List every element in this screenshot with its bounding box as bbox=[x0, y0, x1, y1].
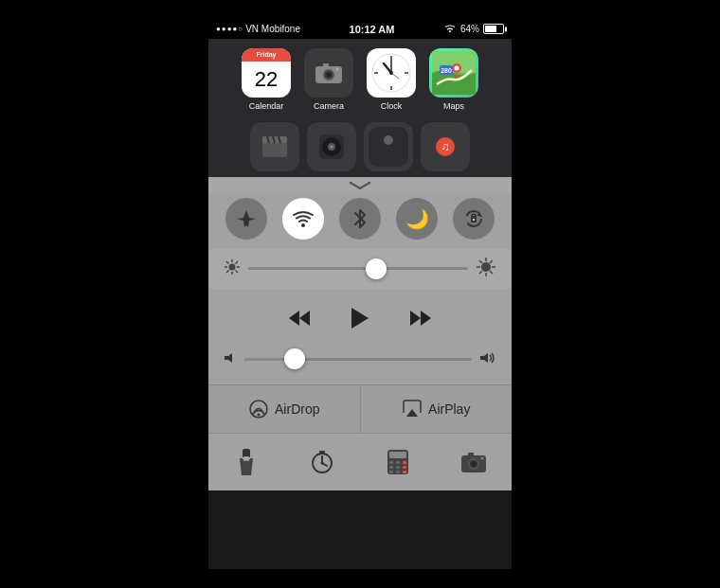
svg-text:♫: ♫ bbox=[441, 140, 450, 153]
status-right: 64% bbox=[443, 24, 504, 34]
svg-point-74 bbox=[321, 461, 324, 464]
svg-point-89 bbox=[472, 462, 476, 466]
volume-thumb[interactable] bbox=[284, 348, 305, 369]
volume-high-icon bbox=[479, 351, 496, 367]
svg-rect-80 bbox=[389, 466, 393, 469]
flashlight-icon bbox=[238, 449, 255, 475]
calendar-label: Calendar bbox=[249, 101, 284, 111]
app-calendar[interactable]: Friday 22 Calendar bbox=[239, 48, 294, 111]
svg-line-55 bbox=[490, 260, 493, 263]
photos-svg bbox=[369, 127, 408, 167]
timer-button[interactable] bbox=[284, 441, 360, 483]
camera-shortcut-button[interactable] bbox=[436, 441, 512, 483]
svg-line-53 bbox=[479, 260, 482, 263]
app-clock[interactable]: Clock bbox=[364, 48, 419, 111]
chevron-down-icon bbox=[349, 181, 371, 190]
dock-clapper[interactable] bbox=[250, 122, 299, 171]
calculator-icon bbox=[387, 449, 409, 475]
calculator-button[interactable] bbox=[360, 441, 436, 483]
do-not-disturb-toggle[interactable]: 🌙 bbox=[396, 198, 438, 240]
svg-point-29 bbox=[331, 145, 333, 148]
volume-full-icon bbox=[479, 351, 496, 365]
wifi-icon bbox=[293, 210, 314, 227]
svg-line-47 bbox=[226, 270, 229, 273]
svg-marker-59 bbox=[351, 308, 369, 329]
carrier-name: VN Mobifone bbox=[245, 24, 300, 34]
app-maps[interactable]: 280 Maps bbox=[426, 48, 481, 111]
svg-line-44 bbox=[226, 261, 229, 264]
sun-small-icon bbox=[224, 258, 241, 276]
svg-point-91 bbox=[481, 456, 484, 459]
rewind-button[interactable] bbox=[287, 309, 312, 332]
music-svg bbox=[319, 134, 344, 159]
svg-marker-63 bbox=[480, 353, 488, 363]
clock-icon-img bbox=[367, 48, 416, 98]
svg-rect-83 bbox=[389, 471, 393, 473]
status-time: 10:12 AM bbox=[350, 24, 395, 35]
calendar-icon-img: Friday 22 bbox=[242, 48, 291, 98]
battery-fill bbox=[485, 26, 496, 32]
battery-percent: 64% bbox=[460, 24, 479, 34]
wifi-status-icon bbox=[443, 24, 457, 34]
airplay-button[interactable]: AirPlay bbox=[361, 385, 513, 433]
svg-point-3 bbox=[327, 73, 331, 77]
fast-forward-button[interactable] bbox=[408, 309, 433, 332]
battery-icon bbox=[483, 24, 504, 34]
shortcuts-row bbox=[208, 433, 512, 490]
bluetooth-toggle[interactable] bbox=[339, 198, 381, 240]
pull-handle bbox=[208, 177, 512, 192]
flashlight-button[interactable] bbox=[208, 441, 284, 483]
wifi-toggle[interactable] bbox=[282, 198, 324, 240]
moon-icon: 🌙 bbox=[405, 207, 429, 230]
svg-marker-57 bbox=[289, 311, 299, 326]
brightness-slider[interactable] bbox=[248, 267, 468, 270]
maps-icon-img: 280 bbox=[429, 48, 478, 98]
clock-label: Clock bbox=[381, 101, 403, 111]
bluetooth-icon bbox=[352, 208, 368, 229]
svg-point-18 bbox=[455, 65, 459, 70]
svg-rect-78 bbox=[396, 461, 400, 464]
airdrop-button[interactable]: AirDrop bbox=[208, 385, 361, 433]
calendar-day: Friday bbox=[256, 51, 276, 58]
brightness-high-icon bbox=[476, 257, 496, 281]
svg-line-45 bbox=[236, 270, 239, 273]
maps-label: Maps bbox=[443, 101, 464, 111]
timer-icon bbox=[310, 450, 334, 474]
svg-marker-60 bbox=[410, 311, 421, 326]
play-button[interactable] bbox=[350, 306, 370, 336]
phone-frame: ●●●●○ VN Mobifone 10:12 AM 64% Friday bbox=[208, 20, 512, 569]
svg-rect-84 bbox=[396, 471, 400, 473]
svg-point-34 bbox=[301, 223, 305, 227]
svg-text:280: 280 bbox=[441, 67, 452, 74]
dock-itunes[interactable]: ♫ bbox=[421, 122, 470, 171]
airplay-label: AirPlay bbox=[428, 401, 470, 417]
dock-photos[interactable] bbox=[364, 122, 413, 171]
app-camera[interactable]: Camera bbox=[301, 48, 356, 111]
rotation-lock-toggle[interactable] bbox=[453, 198, 495, 240]
svg-point-65 bbox=[258, 413, 261, 416]
dock-music[interactable] bbox=[307, 122, 356, 171]
svg-rect-77 bbox=[389, 461, 393, 464]
control-center: 🌙 bbox=[208, 177, 512, 490]
pull-arrow-icon bbox=[346, 181, 374, 190]
svg-rect-79 bbox=[403, 461, 406, 464]
svg-rect-30 bbox=[369, 127, 408, 167]
calendar-header: Friday bbox=[242, 48, 291, 62]
svg-rect-76 bbox=[389, 452, 406, 458]
signal-dots: ●●●●○ bbox=[216, 25, 243, 33]
svg-rect-71 bbox=[319, 451, 325, 454]
svg-rect-85 bbox=[403, 471, 406, 473]
volume-slider[interactable] bbox=[244, 358, 472, 361]
volume-mute-icon bbox=[224, 351, 237, 365]
svg-point-5 bbox=[336, 67, 339, 70]
airplay-icon bbox=[402, 400, 423, 419]
svg-point-38 bbox=[473, 219, 475, 221]
dock-area: ♫ bbox=[208, 118, 512, 177]
rotation-lock-icon bbox=[463, 208, 484, 229]
airplane-mode-toggle[interactable] bbox=[225, 198, 267, 240]
camera-shortcut-icon bbox=[460, 451, 487, 473]
brightness-thumb[interactable] bbox=[366, 258, 387, 279]
calendar-date: 22 bbox=[255, 62, 278, 98]
brightness-row bbox=[208, 249, 512, 289]
itunes-svg: ♫ bbox=[432, 134, 459, 160]
